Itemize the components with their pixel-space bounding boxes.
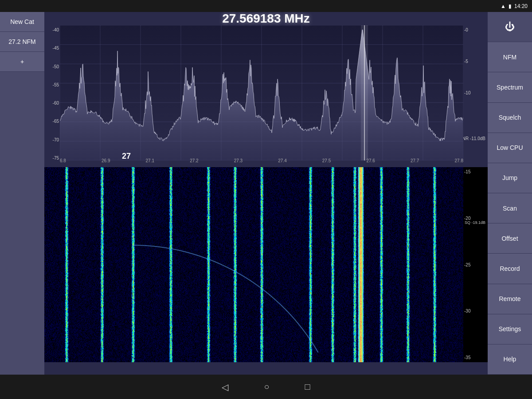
- home-button[interactable]: ○: [264, 382, 269, 392]
- db-label-65: -65: [45, 119, 59, 124]
- freq-axis: 6.8 26.9 27 27.1 27.2 27.3 27.4 27.5 27.…: [60, 158, 463, 163]
- db-label-75: -75: [45, 156, 59, 160]
- mode-button[interactable]: 27.2 NFM: [0, 32, 44, 52]
- battery-icon: ▮: [509, 3, 512, 9]
- recent-button[interactable]: □: [305, 382, 310, 392]
- db-label-60: -60: [45, 101, 59, 106]
- waterfall-area[interactable]: -15 -20 -25 -30 -35 SQ -19.1dB: [44, 167, 488, 362]
- right-sidebar: ⏻ NFM Spectrum Squelch Low CPU Jump Scan…: [488, 12, 532, 375]
- freq-tick-68: 6.8: [60, 158, 66, 163]
- frequency-display: 27.569183 MHz: [44, 12, 488, 25]
- status-bar: ▲ ▮ 14:20: [0, 0, 532, 12]
- back-button[interactable]: ◁: [222, 382, 228, 392]
- db-label-55: -55: [45, 82, 59, 87]
- wf-db-35: -35: [464, 355, 487, 360]
- freq-tick-272: 27.2: [190, 158, 198, 163]
- remote-button[interactable]: Remote: [488, 284, 532, 314]
- sq-indicator: SQ -19.1dB: [465, 220, 485, 225]
- wf-db-30: -30: [464, 309, 487, 313]
- db-label-45: -45: [45, 46, 59, 51]
- freq-tick-276: 27.6: [366, 158, 375, 163]
- freq-tick-273: 27.3: [234, 158, 243, 163]
- squelch-button[interactable]: Squelch: [488, 103, 532, 133]
- add-button[interactable]: +: [0, 52, 44, 72]
- waterfall-canvas[interactable]: [44, 167, 463, 362]
- offset-button[interactable]: Offset: [488, 223, 532, 254]
- power-button[interactable]: ⏻: [488, 12, 532, 42]
- db-label-70: -70: [45, 137, 59, 142]
- record-button[interactable]: Record: [488, 254, 532, 284]
- spectrum-button[interactable]: Spectrum: [488, 72, 532, 102]
- db-scale-right: -0 -5 -10: [463, 25, 488, 163]
- freq-tick-271: 27.1: [146, 158, 154, 163]
- help-button[interactable]: Help: [488, 344, 532, 375]
- db-right-5: -5: [464, 59, 487, 64]
- wifi-icon: ▲: [501, 3, 506, 9]
- db-right-0: -0: [464, 27, 487, 32]
- freq-tick-278: 27.8: [455, 158, 463, 163]
- left-sidebar: New Cat 27.2 NFM +: [0, 12, 44, 375]
- sq-text: SQ -19.1dB: [465, 220, 485, 225]
- nav-bar: ◁ ○ □: [0, 375, 532, 399]
- nfm-button[interactable]: NFM: [488, 42, 532, 72]
- freq-tick-269: 26.9: [102, 158, 110, 163]
- spectrum-canvas[interactable]: [60, 25, 463, 160]
- frequency-text: 27.569183 MHz: [222, 12, 310, 26]
- db-scale-left: -40 -45 -50 -55 -60 -65 -70 -75: [44, 25, 60, 163]
- settings-button[interactable]: Settings: [488, 314, 532, 344]
- scan-button[interactable]: Scan: [488, 193, 532, 223]
- freq-tick-277: 27.7: [411, 158, 419, 163]
- wf-db-25: -25: [464, 262, 487, 267]
- power-icon: ⏻: [505, 21, 515, 33]
- freq-tick-27: 27: [122, 152, 131, 161]
- db-right-10: -10: [464, 90, 487, 95]
- time-display: 14:20: [514, 3, 528, 9]
- new-cat-button[interactable]: New Cat: [0, 12, 44, 32]
- jump-button[interactable]: Jump: [488, 163, 532, 193]
- db-label-50: -50: [45, 64, 59, 69]
- freq-tick-275: 27.5: [322, 158, 331, 163]
- db-scale-waterfall-right: -15 -20 -25 -30 -35: [463, 167, 488, 362]
- spectrum-area[interactable]: 27.569183 MHz -40 -45 -50 -55 -60 -65 -7…: [44, 12, 488, 163]
- wf-db-15: -15: [464, 169, 487, 174]
- freq-tick-274: 27.4: [278, 158, 286, 163]
- lowcpu-button[interactable]: Low CPU: [488, 133, 532, 163]
- main-content: 27.569183 MHz -40 -45 -50 -55 -60 -65 -7…: [44, 12, 488, 375]
- db-label-40: -40: [45, 27, 59, 32]
